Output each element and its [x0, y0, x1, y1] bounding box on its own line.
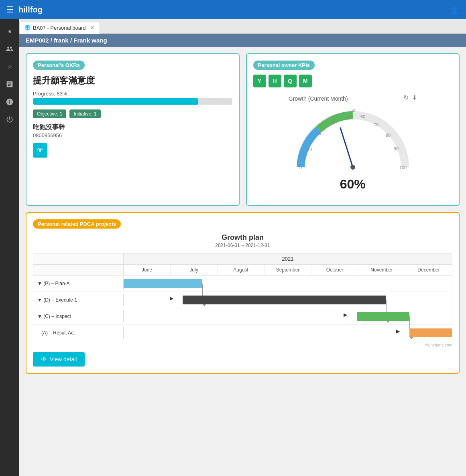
gantt-label-inspect: ▼ (C) – Inspect: [33, 310, 124, 322]
month-october: October: [311, 265, 358, 275]
svg-text:80: 80: [386, 133, 391, 138]
progress-label: Progress: 83%: [33, 91, 232, 97]
sidebar-item-group[interactable]: [2, 42, 17, 56]
gantt-content-result: ▶: [124, 325, 452, 341]
view-detail-button[interactable]: 👁 View detail: [33, 352, 85, 367]
month-august: August: [218, 265, 265, 275]
gantt-bar-result: [409, 328, 452, 337]
tab-close-icon[interactable]: ✕: [90, 24, 95, 31]
svg-line-11: [340, 128, 353, 167]
svg-text:90: 90: [394, 146, 399, 151]
gantt-year: 2021: [124, 253, 452, 265]
gauge-icons: ↻ ⬇: [403, 94, 417, 101]
sidebar-item-power[interactable]: [2, 112, 17, 127]
kpi-badge: Personal owner KPIs: [253, 61, 315, 70]
tab-label: BA07 - Personal board: [33, 25, 86, 31]
pdca-card: Personal related PDCA projects Growth pl…: [26, 212, 460, 374]
top-navigation: ☰ hillfog 👤: [0, 0, 466, 19]
kpi-btn-m[interactable]: M: [299, 75, 312, 87]
svg-text:100: 100: [399, 165, 407, 170]
topnav-left: ☰ hillfog: [6, 5, 43, 14]
gantt-content-execute: ▶: [124, 292, 452, 308]
tab-ba07[interactable]: 🌐 BA07 - Personal board ✕: [19, 22, 100, 34]
eye-icon: 👁: [37, 147, 43, 154]
hamburger-icon[interactable]: ☰: [6, 5, 14, 14]
svg-text:10: 10: [307, 147, 312, 152]
kpi-period-buttons: Y H Q M: [253, 75, 453, 87]
cards-row: Personal's OKRs 提升顧客滿意度 Progress: 83% Ob…: [26, 53, 460, 206]
kpi-btn-y[interactable]: Y: [253, 75, 266, 87]
refresh-icon[interactable]: ↻: [403, 94, 409, 101]
initiative-badge: Initiative: 1: [69, 109, 100, 118]
arrow-execute-left: ▶: [170, 296, 173, 301]
sidebar-item-star1[interactable]: ★: [2, 24, 17, 38]
objective-badge: Objective: 1: [33, 109, 66, 118]
okr-badge: Personal's OKRs: [33, 61, 85, 70]
month-july: July: [171, 265, 218, 275]
gantt-row-plan: ▼ (P) – Plan-A: [33, 275, 452, 292]
highcharts-credit: Highcharts.com: [33, 343, 452, 347]
svg-text:70: 70: [374, 122, 378, 127]
progress-bar-inner: [33, 98, 198, 105]
user-icon[interactable]: 👤: [450, 5, 460, 14]
gantt-year-row: 2021: [33, 253, 452, 265]
gantt-row-inspect: ▼ (C) – Inspect ▶: [33, 308, 452, 325]
gantt-label-execute: ▼ (D) – Execute-1: [33, 294, 124, 306]
okr-sub-title: 吃飽沒事幹: [33, 123, 232, 132]
month-december: December: [405, 265, 452, 275]
download-icon[interactable]: ⬇: [412, 94, 417, 101]
gantt-content-plan: [124, 275, 452, 292]
view-detail-eye-icon: 👁: [41, 356, 47, 363]
svg-text:60: 60: [360, 114, 365, 119]
sidebar-item-star2[interactable]: ☆: [2, 59, 17, 74]
sidebar-item-info[interactable]: [2, 95, 17, 109]
main-content: Personal's OKRs 提升顧客滿意度 Progress: 83% Ob…: [19, 47, 466, 380]
arrow-result-left: ▶: [396, 328, 400, 334]
pdca-badge: Personal related PDCA projects: [33, 219, 121, 229]
svg-point-12: [350, 165, 355, 170]
gantt-label-result: (A) – Result Act: [33, 327, 124, 339]
gantt-subtitle: 2021-06-01 ~ 2021-12-31: [33, 243, 452, 248]
gantt-container: 2021 June July August September October …: [33, 253, 452, 341]
kpi-btn-h[interactable]: H: [269, 75, 281, 87]
gauge-container: Growth (Current Month) ↻ ⬇: [253, 94, 453, 192]
gantt-months-area: June July August September October Novem…: [124, 265, 452, 275]
okr-title: 提升顧客滿意度: [33, 75, 232, 87]
arrow-inspect-left: ▶: [344, 312, 347, 318]
gantt-content-inspect: ▶: [124, 308, 452, 324]
gauge-title: Growth (Current Month): [289, 95, 348, 102]
kpi-card: Personal owner KPIs Y H Q M Growth (Curr…: [246, 53, 460, 206]
gantt-bar-plan: [124, 279, 202, 288]
tabbar: 🌐 BA07 - Personal board ✕: [0, 19, 466, 34]
month-november: November: [358, 265, 405, 275]
svg-text:30: 30: [330, 120, 335, 125]
kpi-btn-q[interactable]: Q: [284, 75, 297, 87]
gantt-bar-execute: [183, 296, 386, 304]
gantt-months-row: June July August September October Novem…: [33, 265, 452, 275]
month-june: June: [124, 265, 171, 275]
gauge-svg: 0 10 20 30 40 50 60 70 80 90 100: [289, 103, 417, 183]
badge-row: Objective: 1 Initiative: 1: [33, 109, 232, 118]
okr-eye-button[interactable]: 👁: [33, 143, 47, 158]
gantt-title: Growth plan: [33, 233, 452, 242]
svg-text:50: 50: [350, 108, 355, 113]
gantt-row-execute: ▼ (D) – Execute-1 ▶: [33, 292, 452, 308]
month-september: September: [265, 265, 311, 275]
gantt-label-plan: ▼ (P) – Plan-A: [33, 277, 124, 290]
okr-sub-text: 0800956956: [33, 132, 232, 138]
view-detail-label: View detail: [50, 356, 77, 363]
gantt-bar-inspect: [357, 312, 409, 321]
okr-card: Personal's OKRs 提升顧客滿意度 Progress: 83% Ob…: [26, 53, 240, 206]
progress-bar-outer: [33, 98, 232, 105]
sidebar: ★ ☆: [0, 19, 19, 476]
svg-text:40: 40: [346, 115, 350, 120]
breadcrumb: EMP002 / frank / Frank wang: [0, 34, 466, 47]
brand-logo: hillfog: [18, 5, 43, 14]
svg-text:0: 0: [299, 165, 302, 170]
sidebar-item-layers[interactable]: [2, 77, 17, 91]
tab-icon: 🌐: [24, 25, 31, 30]
gantt-row-result: (A) – Result Act ▶: [33, 325, 452, 341]
svg-text:20: 20: [316, 131, 321, 136]
